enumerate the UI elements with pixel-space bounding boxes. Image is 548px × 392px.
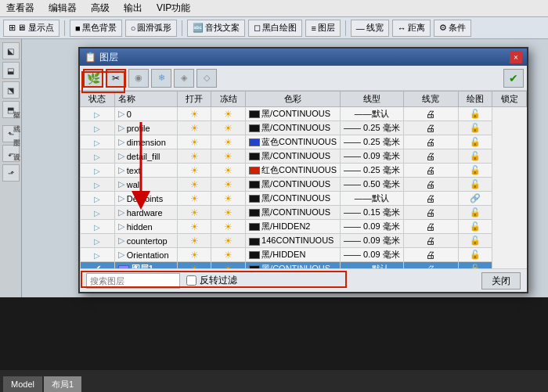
cell-freeze[interactable]: ☀ bbox=[211, 107, 246, 121]
menu-editor[interactable]: 编辑器 bbox=[45, 0, 80, 16]
toolbar-conditions[interactable]: ⚙ 条件 bbox=[434, 20, 471, 37]
close-dialog-button[interactable]: 关闭 bbox=[481, 272, 521, 290]
table-row[interactable]: ▷▷hidden☀☀黑/HIDDEN2—— 0.09 毫米🖨🔓 bbox=[81, 220, 527, 234]
cell-linewidth[interactable]: —— 0.09 毫米 bbox=[341, 220, 404, 234]
cell-color[interactable]: 黑/CONTINUOUS bbox=[246, 192, 341, 206]
dialog-btn-4[interactable]: ❄ bbox=[151, 69, 171, 88]
cell-color[interactable]: 146CONTINUOUS bbox=[246, 234, 341, 248]
toolbar-smooth-arc[interactable]: ○ 圆滑弧形 bbox=[125, 20, 178, 37]
cell-print[interactable]: 🖨 bbox=[403, 178, 458, 192]
cell-open[interactable]: ☀ bbox=[177, 192, 211, 206]
table-row[interactable]: ▷▷profile☀☀黑/CONTINUOUS—— 0.25 毫米🖨🔓 bbox=[81, 121, 527, 135]
cell-print[interactable]: 🖨 bbox=[403, 248, 458, 262]
cell-linewidth[interactable]: —— 0.25 毫米 bbox=[341, 121, 404, 135]
cell-print[interactable]: 🖨 bbox=[403, 192, 458, 206]
cell-print[interactable]: 🖨 bbox=[403, 121, 458, 135]
dialog-btn-3[interactable]: ◉ bbox=[128, 69, 149, 88]
cell-freeze[interactable]: ☀ bbox=[211, 121, 246, 135]
cell-freeze[interactable]: ☀ bbox=[211, 149, 246, 164]
cell-color[interactable]: 黑/HIDDEN bbox=[246, 248, 341, 262]
layer-table-container[interactable]: 状态 名称 打开 冻结 色彩 线型 线宽 绘图 锁定 ▷▷0☀☀黑/CONTIN… bbox=[80, 91, 527, 268]
cell-lock[interactable]: 🔗 bbox=[458, 192, 492, 206]
cell-color[interactable]: 黑/HIDDEN2 bbox=[246, 220, 341, 234]
cell-lock[interactable]: 🔓 bbox=[458, 121, 492, 135]
cell-linewidth[interactable]: ——默认 bbox=[341, 192, 404, 206]
toolbar-bw-draw[interactable]: ◻ 黑白绘图 bbox=[248, 20, 302, 37]
cell-linewidth[interactable]: ——默认 bbox=[341, 107, 404, 121]
cell-lock[interactable]: 🔓 bbox=[458, 164, 492, 178]
cell-print[interactable]: 🖨 bbox=[403, 107, 458, 121]
cell-freeze[interactable]: ☀ bbox=[211, 206, 246, 220]
cell-freeze[interactable]: ☀ bbox=[211, 135, 246, 149]
cell-color[interactable]: 黑/CONTINUOUS bbox=[246, 121, 341, 135]
cell-linewidth[interactable]: —— 0.25 毫米 bbox=[341, 164, 404, 178]
cell-print[interactable]: 🖨 bbox=[403, 149, 458, 164]
toolbar-find-text[interactable]: 🔤 音找文案 bbox=[187, 20, 245, 37]
sidebar-btn-1[interactable]: ⬕ bbox=[2, 42, 20, 59]
table-row[interactable]: ▷▷detail_fill☀☀黑/CONTINUOUS—— 0.09 毫米🖨🔓 bbox=[81, 149, 527, 164]
cell-freeze[interactable]: ☀ bbox=[211, 248, 246, 262]
sidebar-btn-3[interactable]: ⬔ bbox=[2, 81, 20, 99]
cell-freeze[interactable]: ☀ bbox=[211, 220, 246, 234]
cell-linewidth[interactable]: —— 0.09 毫米 bbox=[341, 248, 404, 262]
cell-color[interactable]: 黑/CONTINUOUS bbox=[246, 107, 341, 121]
cell-lock[interactable]: 🔓 bbox=[458, 107, 492, 121]
cell-lock[interactable]: 🔓 bbox=[458, 220, 492, 234]
table-row[interactable]: ▷▷countertop☀☀146CONTINUOUS—— 0.09 毫米🖨🔓 bbox=[81, 234, 527, 248]
tab-model[interactable]: Model bbox=[3, 376, 42, 392]
table-row[interactable]: ▷▷0☀☀黑/CONTINUOUS——默认🖨🔓 bbox=[81, 107, 527, 121]
cell-color[interactable]: 黑/CONTINUOUS bbox=[246, 206, 341, 220]
cell-open[interactable]: ☀ bbox=[177, 206, 211, 220]
cell-linewidth[interactable]: —— 0.15 毫米 bbox=[341, 206, 404, 220]
cell-color[interactable]: 黑/CONTINUOUS bbox=[246, 178, 341, 192]
delete-layer-button[interactable]: ✂ bbox=[106, 69, 126, 88]
cell-lock[interactable]: 🔓 bbox=[458, 248, 492, 262]
table-row[interactable]: ✔图层1☀☀黑/CONTINUOUS——默认🖨🔓 bbox=[81, 262, 527, 269]
cell-color[interactable]: 红色CONTINUOUS bbox=[246, 164, 341, 178]
table-row[interactable]: ▷▷hardware☀☀黑/CONTINUOUS—— 0.15 毫米🖨🔓 bbox=[81, 206, 527, 220]
cell-linewidth[interactable]: ——默认 bbox=[341, 262, 404, 269]
table-row[interactable]: ▷▷dimension☀☀蓝色CONTINUOUS—— 0.25 毫米🖨🔓 bbox=[81, 135, 527, 149]
cell-open[interactable]: ☀ bbox=[177, 121, 211, 135]
menu-advanced[interactable]: 高级 bbox=[88, 0, 113, 16]
cell-lock[interactable]: 🔓 bbox=[458, 135, 492, 149]
cell-print[interactable]: 🖨 bbox=[403, 234, 458, 248]
cell-lock[interactable]: 🔓 bbox=[458, 178, 492, 192]
filter-checkbox[interactable] bbox=[186, 275, 196, 286]
cell-open[interactable]: ☀ bbox=[177, 107, 211, 121]
cell-lock[interactable]: 🔓 bbox=[458, 206, 492, 220]
cell-print[interactable]: 🖨 bbox=[403, 164, 458, 178]
tab-layout1[interactable]: 布局1 bbox=[44, 376, 81, 392]
sidebar-btn-2[interactable]: ⬓ bbox=[2, 62, 20, 79]
cell-linewidth[interactable]: —— 0.09 毫米 bbox=[341, 234, 404, 248]
new-layer-button[interactable]: 🌿 bbox=[83, 69, 103, 88]
cell-open[interactable]: ☀ bbox=[177, 178, 211, 192]
table-row[interactable]: ▷▷text☀☀红色CONTINUOUS—— 0.25 毫米🖨🔓 bbox=[81, 164, 527, 178]
cell-freeze[interactable]: ☀ bbox=[211, 164, 246, 178]
toolbar-show-points[interactable]: ⊞ 🖥 显示点 bbox=[3, 20, 59, 37]
cell-color[interactable]: 蓝色CONTINUOUS bbox=[246, 135, 341, 149]
cell-linewidth[interactable]: —— 0.25 毫米 bbox=[341, 135, 404, 149]
table-row[interactable]: ▷▷Defpoints☀☀黑/CONTINUOUS——默认🖨🔗 bbox=[81, 192, 527, 206]
confirm-button[interactable]: ✔ bbox=[503, 69, 524, 88]
toolbar-black-bg[interactable]: ■ 黑色背景 bbox=[70, 20, 122, 37]
dialog-close-button[interactable]: × bbox=[510, 51, 522, 63]
menu-output[interactable]: 输出 bbox=[121, 0, 146, 16]
cell-linewidth[interactable]: —— 0.50 毫米 bbox=[341, 178, 404, 192]
cell-open[interactable]: ☀ bbox=[177, 262, 211, 269]
cell-print[interactable]: 🖨 bbox=[403, 262, 458, 269]
table-row[interactable]: ▷▷wall☀☀黑/CONTINUOUS—— 0.50 毫米🖨🔓 bbox=[81, 178, 527, 192]
dialog-btn-5[interactable]: ◈ bbox=[174, 69, 194, 88]
dialog-btn-6[interactable]: ◇ bbox=[196, 69, 217, 88]
cell-open[interactable]: ☀ bbox=[177, 164, 211, 178]
cell-color[interactable]: 黑/CONTINUOUS bbox=[246, 149, 341, 164]
cell-open[interactable]: ☀ bbox=[177, 149, 211, 164]
cell-lock[interactable]: 🔓 bbox=[458, 234, 492, 248]
cell-open[interactable]: ☀ bbox=[177, 220, 211, 234]
cell-print[interactable]: 🖨 bbox=[403, 220, 458, 234]
cell-open[interactable]: ☀ bbox=[177, 248, 211, 262]
table-row[interactable]: ▷▷Orientation☀☀黑/HIDDEN—— 0.09 毫米🖨🔓 bbox=[81, 248, 527, 262]
menu-vip[interactable]: VIP功能 bbox=[153, 0, 193, 16]
cell-lock[interactable]: 🔓 bbox=[458, 262, 492, 269]
cell-freeze[interactable]: ☀ bbox=[211, 234, 246, 248]
